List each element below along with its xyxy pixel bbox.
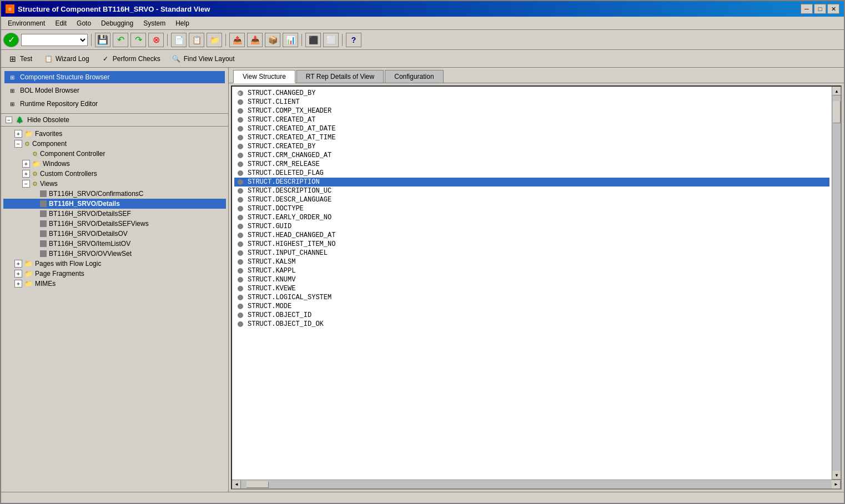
tree-item-view-3[interactable]: BT116H_SRVO/DetailsSEF — [3, 209, 226, 219]
struct-item-18[interactable]: STRUCT.HIGHEST_ITEM_NO — [234, 240, 829, 249]
struct-item-5[interactable]: STRUCT.CREATED_AT_DATE — [234, 124, 829, 133]
svg-point-6 — [238, 135, 243, 140]
expand-mimes[interactable]: + — [14, 280, 22, 288]
toolbar-dropdown[interactable] — [21, 34, 88, 46]
tree-item-view-2[interactable]: BT116H_SRVO/Details — [3, 199, 226, 209]
menu-help[interactable]: Help — [171, 18, 194, 28]
expand-favorites[interactable]: + — [14, 130, 22, 138]
forward-button[interactable]: ↷ — [130, 33, 146, 47]
expand-component[interactable]: − — [14, 140, 22, 148]
scroll-left-button[interactable]: ◄ — [232, 480, 241, 489]
menu-debugging[interactable]: Debugging — [97, 18, 138, 28]
sidebar-item-bol-model[interactable]: ⊞ BOL Model Browser — [4, 84, 225, 97]
tree-item-view-4[interactable]: BT116H_SRVO/DetailsSEFViews — [3, 219, 226, 229]
scroll-track-v[interactable] — [832, 95, 841, 471]
struct-item-10[interactable]: STRUCT.DELETED_FLAG — [234, 169, 829, 178]
toolbar-btn-4[interactable]: 📤 — [229, 33, 245, 47]
struct-item-12[interactable]: STRUCT.DESCRIPTION_UC — [234, 187, 829, 195]
save-button[interactable]: 💾 — [95, 33, 110, 47]
scroll-thumb-v[interactable] — [833, 101, 841, 123]
perform-checks-button[interactable]: ✓ Perform Checks — [98, 53, 163, 65]
scroll-right-button[interactable]: ► — [832, 480, 841, 489]
tree-item-views[interactable]: − ⚙ Views — [3, 179, 226, 189]
tree-item-view-1[interactable]: BT116H_SRVO/ConfirmationsC — [3, 189, 226, 199]
struct-item-1[interactable]: R STRUCT.CHANGED_BY — [234, 89, 829, 98]
struct-item-20[interactable]: STRUCT.KALSM — [234, 258, 829, 266]
minimize-button[interactable]: ─ — [801, 4, 813, 14]
expand-pages-flow[interactable]: + — [14, 260, 22, 268]
struct-item-19[interactable]: STRUCT.INPUT_CHANNEL — [234, 249, 829, 258]
struct-item-3[interactable]: STRUCT.COMP_TX_HEADER — [234, 107, 829, 115]
tree-item-pages-flow[interactable]: + 📁 Pages with Flow Logic — [3, 259, 226, 269]
tree-item-component[interactable]: − ⚙ Component — [3, 139, 226, 149]
tree-item-view-5[interactable]: BT116H_SRVO/DetailsOV — [3, 229, 226, 239]
struct-item-9[interactable]: STRUCT.CRM_RELEASE — [234, 160, 829, 169]
svg-point-15 — [238, 215, 243, 220]
struct-item-23[interactable]: STRUCT.KVEWE — [234, 284, 829, 293]
expand-custom-controllers[interactable]: + — [22, 170, 30, 178]
tab-view-structure[interactable]: View Structure — [233, 70, 295, 83]
struct-item-15[interactable]: STRUCT.EARLY_ORDER_NO — [234, 213, 829, 222]
test-button[interactable]: ⊞ Test — [6, 53, 34, 65]
find-view-layout-button[interactable]: 🔍 Find View Layout — [169, 53, 237, 65]
tab-configuration[interactable]: Configuration — [385, 70, 443, 83]
scroll-thumb-h[interactable] — [247, 481, 269, 488]
struct-item-6[interactable]: STRUCT.CREATED_AT_TIME — [234, 133, 829, 142]
struct-item-14[interactable]: STRUCT.DOCTYPE — [234, 204, 829, 213]
struct-item-11[interactable]: ➤ STRUCT.DESCRIPTION — [234, 178, 829, 187]
back-button[interactable]: ↶ — [113, 33, 128, 47]
toolbar-btn-6[interactable]: 📦 — [265, 33, 280, 47]
tab-rt-rep-details[interactable]: RT Rep Details of View — [296, 70, 384, 83]
tree-item-view-7[interactable]: BT116H_SRVO/OVViewSet — [3, 249, 226, 259]
menu-system[interactable]: System — [139, 18, 170, 28]
tree-item-page-fragments[interactable]: + 📁 Page Fragments — [3, 269, 226, 279]
tree-item-mimes[interactable]: + 📁 MIMEs — [3, 279, 226, 289]
scroll-up-button[interactable]: ▲ — [832, 87, 841, 95]
toolbar-btn-9[interactable]: ⬜ — [323, 33, 339, 47]
tree-item-view-6[interactable]: BT116H_SRVO/ItemListOV — [3, 239, 226, 249]
menu-goto[interactable]: Goto — [72, 18, 95, 28]
wizard-log-button[interactable]: 📋 Wizard Log — [41, 53, 92, 65]
struct-item-26[interactable]: STRUCT.OBJECT_ID — [234, 311, 829, 320]
struct-item-25[interactable]: STRUCT.MODE — [234, 302, 829, 311]
help-button[interactable]: ? — [346, 33, 361, 47]
tree-item-favorites[interactable]: + 📁 Favorites — [3, 129, 226, 139]
svg-point-24 — [238, 295, 243, 300]
sidebar-item-component-structure[interactable]: ⊞ Component Structure Browser — [4, 71, 225, 83]
expand-views[interactable]: − — [22, 180, 30, 188]
toolbar-btn-7[interactable]: 📊 — [283, 33, 298, 47]
struct-item-22[interactable]: STRUCT.KNUMV — [234, 275, 829, 284]
close-button[interactable]: ✕ — [827, 4, 839, 14]
toolbar-btn-1[interactable]: 📄 — [171, 33, 187, 47]
struct-item-27[interactable]: STRUCT.OBJECT_ID_OK — [234, 320, 829, 329]
stop-button[interactable]: ⊗ — [148, 33, 164, 47]
tree-item-component-controller[interactable]: ⚙ Component Controller — [3, 149, 226, 159]
struct-item-8[interactable]: STRUCT.CRM_CHANGED_AT — [234, 151, 829, 160]
toolbar-btn-8[interactable]: ⬛ — [305, 33, 321, 47]
green-circle-button[interactable]: ✓ — [3, 33, 19, 47]
maximize-button[interactable]: □ — [814, 4, 826, 14]
struct-item-16[interactable]: STRUCT.GUID — [234, 222, 829, 231]
struct-item-2[interactable]: STRUCT.CLIENT — [234, 98, 829, 107]
toolbar-btn-3[interactable]: 📁 — [207, 33, 222, 47]
tree-item-windows[interactable]: + 📁 Windows — [3, 159, 226, 169]
tree-header[interactable]: − 🌲 Hide Obsolete — [1, 114, 228, 127]
toolbar-btn-5[interactable]: 📥 — [247, 33, 263, 47]
tree-item-custom-controllers[interactable]: + ⚙ Custom Controllers — [3, 169, 226, 179]
svg-point-25 — [238, 304, 243, 309]
menu-edit[interactable]: Edit — [51, 18, 71, 28]
menu-environment[interactable]: Environment — [3, 18, 49, 28]
scroll-down-button[interactable]: ▼ — [832, 471, 841, 480]
sidebar-item-runtime-repo[interactable]: ⊞ Runtime Repository Editor — [4, 98, 225, 110]
scroll-track-h[interactable] — [241, 481, 832, 488]
expand-windows[interactable]: + — [22, 160, 30, 168]
expand-page-fragments[interactable]: + — [14, 270, 22, 278]
struct-item-13[interactable]: STRUCT.DESCR_LANGUAGE — [234, 195, 829, 204]
struct-item-7[interactable]: STRUCT.CREATED_BY — [234, 142, 829, 151]
mimes-folder-icon: 📁 — [24, 280, 33, 288]
struct-item-4[interactable]: STRUCT.CREATED_AT — [234, 115, 829, 124]
struct-item-24[interactable]: STRUCT.LOGICAL_SYSTEM — [234, 293, 829, 302]
struct-item-17[interactable]: STRUCT.HEAD_CHANGED_AT — [234, 231, 829, 240]
toolbar-btn-2[interactable]: 📋 — [189, 33, 204, 47]
struct-item-21[interactable]: STRUCT.KAPPL — [234, 266, 829, 275]
